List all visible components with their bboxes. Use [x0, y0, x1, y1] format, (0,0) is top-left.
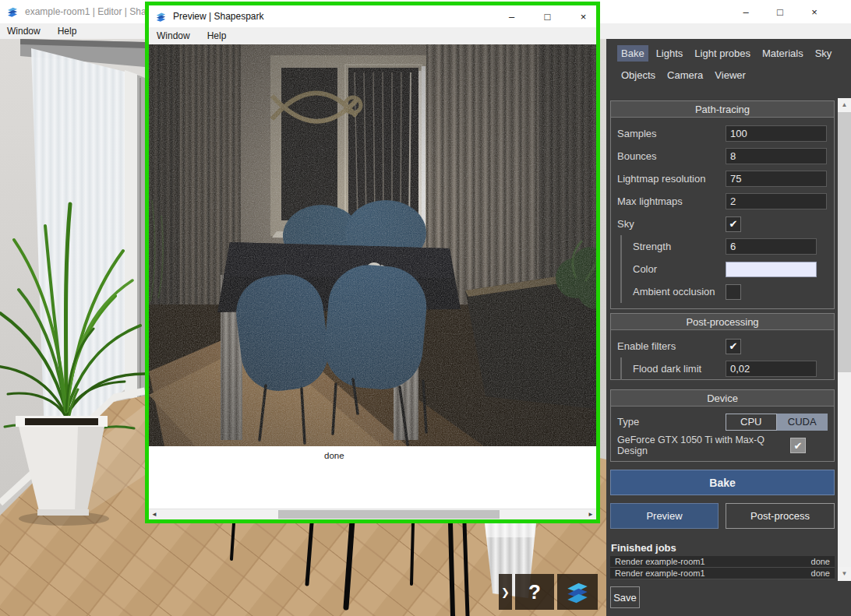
preview-button[interactable]: Preview [610, 503, 719, 529]
job-row[interactable]: Render example-room1 done [610, 568, 835, 579]
bake-button[interactable]: Bake [610, 470, 835, 495]
viewport-toolbar: ❯ ? [499, 574, 598, 610]
post-process-button[interactable]: Post-process [726, 503, 835, 529]
flood-dark-limit-label: Flood dark limit [633, 363, 726, 375]
enable-filters-label: Enable filters [617, 340, 726, 352]
sky-subgroup: Strength Color Ambient occlusion [620, 235, 834, 303]
shapespark-logo-icon [564, 579, 591, 605]
bake-panel: Bake Lights Light probes Materials Sky O… [606, 39, 851, 616]
samples-row: Samples [611, 122, 834, 145]
panel-tabs-row2: Objects Camera Viewer [617, 67, 750, 83]
device-type-toggle: CPU CUDA [726, 414, 828, 431]
gpu-name-label: GeForce GTX 1050 Ti with Max-Q Design [617, 435, 790, 457]
check-icon: ✔ [729, 340, 738, 352]
sky-color-swatch[interactable] [726, 262, 817, 277]
job-status: done [811, 557, 830, 566]
close-icon[interactable]: × [578, 11, 588, 23]
tab-viewer[interactable]: Viewer [711, 67, 750, 83]
finished-jobs-title: Finished jobs [611, 542, 676, 554]
screen: example-room1 | Editor | Shap – □ × Wind… [0, 0, 851, 616]
check-icon: ✔ [794, 440, 803, 452]
lightmap-resolution-row: Lightmap resolution [611, 167, 834, 190]
menu-window[interactable]: Window [157, 30, 190, 41]
enable-filters-row: Enable filters ✔ [611, 335, 834, 357]
help-button[interactable]: ? [515, 574, 554, 610]
scrollbar-thumb[interactable] [838, 372, 851, 567]
color-row: Color [622, 258, 834, 280]
post-processing-header: Post-processing [611, 314, 834, 330]
preview-menubar: Window Help [149, 27, 596, 44]
gpu-checkbox[interactable]: ✔ [790, 438, 806, 453]
max-lightmaps-input[interactable] [726, 193, 827, 209]
cpu-button[interactable]: CPU [726, 414, 777, 431]
tab-lights[interactable]: Lights [652, 45, 687, 62]
samples-input[interactable] [726, 125, 827, 142]
device-header: Device [611, 390, 834, 407]
gpu-row: GeForce GTX 1050 Ti with Max-Q Design ✔ [611, 433, 834, 457]
ambient-occlusion-checkbox[interactable] [726, 284, 741, 300]
menu-help[interactable]: Help [207, 30, 227, 41]
bounces-label: Bounces [617, 150, 726, 162]
scroll-up-icon[interactable]: ▲ [838, 98, 851, 112]
minimize-icon[interactable]: – [740, 6, 751, 18]
shapespark-logo-button[interactable] [557, 574, 598, 610]
editor-window-controls: – □ × [740, 0, 820, 23]
save-button[interactable]: Save [610, 586, 640, 608]
maximize-icon[interactable]: □ [775, 6, 786, 18]
ambient-occlusion-row: Ambient occlusion [622, 280, 834, 303]
editor-window-title: example-room1 | Editor | Shap [25, 6, 151, 17]
path-tracing-group: Path-tracing Samples Bounces Lightmap re… [610, 100, 835, 309]
filters-subgroup: Flood dark limit [620, 357, 834, 380]
ambient-occlusion-label: Ambient occlusion [633, 286, 726, 297]
flood-dark-limit-input[interactable] [726, 361, 817, 377]
preview-window-controls: – □ × [507, 5, 588, 27]
tab-bake[interactable]: Bake [617, 45, 648, 62]
menu-window[interactable]: Window [7, 26, 41, 37]
device-group: Device Type CPU CUDA GeForce GTX 1050 Ti… [610, 389, 835, 462]
job-status: done [811, 568, 830, 578]
render-preview-image [149, 44, 596, 446]
device-type-label: Type [617, 416, 726, 428]
tab-light-probes[interactable]: Light probes [690, 45, 754, 62]
shapespark-logo-icon [155, 11, 167, 23]
post-processing-group: Post-processing Enable filters ✔ Flood d… [610, 313, 835, 380]
preview-window: Preview | Shapespark – □ × Window Help [145, 2, 600, 523]
panel-scrollbar[interactable]: ▲ ▼ [838, 98, 851, 581]
maximize-icon[interactable]: □ [542, 11, 553, 23]
scroll-down-icon[interactable]: ▼ [838, 567, 851, 581]
tab-sky[interactable]: Sky [811, 45, 836, 62]
strength-input[interactable] [726, 238, 817, 255]
scroll-right-icon[interactable]: ► [585, 509, 596, 519]
sky-row: Sky ✔ [611, 213, 834, 235]
tab-objects[interactable]: Objects [617, 67, 659, 83]
preview-titlebar: Preview | Shapespark – □ × [149, 5, 596, 27]
max-lightmaps-label: Max lightmaps [617, 195, 726, 207]
job-name: Render example-room1 [615, 557, 705, 566]
check-icon: ✔ [729, 218, 738, 230]
tab-materials[interactable]: Materials [758, 45, 807, 62]
tab-camera[interactable]: Camera [663, 67, 707, 83]
collapse-panel-button[interactable]: ❯ [499, 574, 512, 610]
enable-filters-checkbox[interactable]: ✔ [726, 339, 741, 354]
preview-hscrollbar[interactable]: ◄ ► [149, 509, 596, 519]
scroll-left-icon[interactable]: ◄ [149, 509, 160, 519]
close-icon[interactable]: × [809, 6, 820, 18]
job-row[interactable]: Render example-room1 done [610, 556, 835, 568]
cuda-button[interactable]: CUDA [777, 414, 828, 431]
lightmap-resolution-input[interactable] [726, 171, 827, 187]
flood-dark-limit-row: Flood dark limit [622, 357, 834, 380]
lightmap-resolution-label: Lightmap resolution [617, 173, 726, 185]
minimize-icon[interactable]: – [507, 11, 517, 23]
sky-checkbox[interactable]: ✔ [726, 216, 741, 232]
render-status-text: done [324, 451, 344, 460]
menu-help[interactable]: Help [58, 26, 77, 37]
strength-label: Strength [633, 241, 726, 252]
shapespark-logo-icon [6, 5, 19, 18]
render-status-area: done [149, 446, 596, 509]
samples-label: Samples [617, 128, 726, 139]
preview-window-title: Preview | Shapespark [173, 11, 264, 22]
panel-tabs-row1: Bake Lights Light probes Materials Sky [617, 45, 835, 62]
hscrollbar-thumb[interactable] [278, 510, 500, 519]
bounces-input[interactable] [726, 148, 827, 164]
job-name: Render example-room1 [615, 568, 705, 578]
